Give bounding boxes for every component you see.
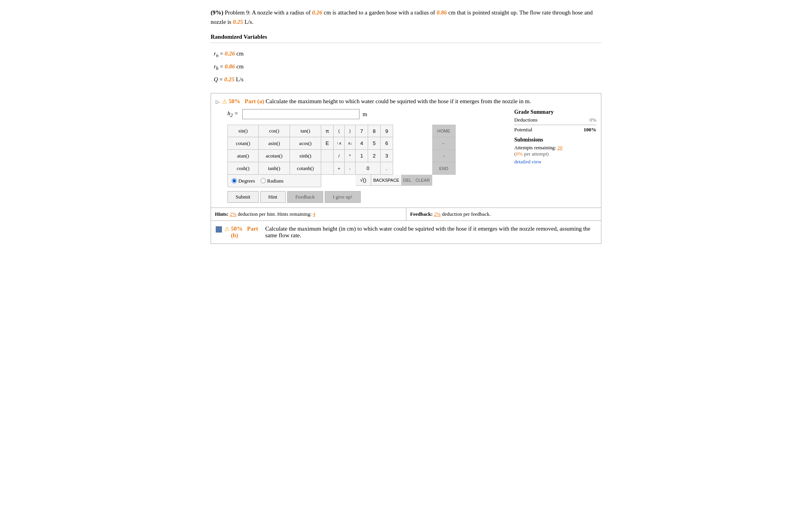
var-q: Q = 0.25 L/s — [214, 73, 601, 85]
clear-button[interactable]: CLEAR — [413, 175, 432, 186]
home-button[interactable]: HOME — [432, 125, 456, 137]
num-5-button[interactable]: 5 — [368, 137, 381, 150]
cotanh-button[interactable]: cotanh() — [290, 162, 321, 175]
feedback-pct: 2% — [434, 211, 441, 217]
degrees-label[interactable]: Degrees — [232, 178, 255, 184]
numpad-row-123: 1 2 3 — [356, 150, 432, 162]
variables-title: Randomized Variables — [211, 34, 601, 43]
atan-button[interactable]: atan() — [227, 150, 259, 162]
calc-row-2: cotan() asin() acos() — [227, 137, 321, 150]
paren-close-button[interactable]: ) — [345, 125, 356, 137]
var-rh-eq: = — [220, 63, 225, 70]
part-b-icon — [216, 226, 222, 233]
sin-button[interactable]: sin() — [227, 125, 259, 137]
grade-summary-title: Grade Summary — [514, 109, 596, 115]
e-button[interactable]: E — [321, 137, 334, 150]
part-b-header: ⚠ 50% Part (b) Calculate the maximum hei… — [216, 226, 596, 239]
deductions-label: Deductions — [514, 117, 537, 123]
problem-statement: (9%) Problem 9: A nozzle with a radius o… — [211, 8, 601, 27]
var-rn-eq: = — [220, 50, 225, 57]
feedback-mid: deduction per feedback. — [442, 211, 491, 217]
part-a-body: h2 = m sin() cos() tan() — [211, 105, 601, 208]
var-rn: rn = 0.26 cm — [214, 48, 601, 61]
feedback-button[interactable]: Feedback — [287, 191, 323, 203]
arrow-paren-col: ( ) ↑∧ ∧↓ / * — [334, 125, 356, 187]
num-0-button[interactable]: 0 — [356, 162, 381, 175]
action-row: Submit Hint Feedback I give up! — [227, 191, 506, 203]
right-arrow-button[interactable]: → — [432, 150, 456, 162]
num-4-button[interactable]: 4 — [356, 137, 368, 150]
per-attempt-text: per attempt) — [524, 151, 549, 157]
submissions-title: Submissions — [514, 137, 596, 143]
hint-button[interactable]: Hint — [260, 191, 286, 203]
num-9-button[interactable]: 9 — [381, 125, 393, 137]
part-b-label: 50% Part (b) — [231, 226, 264, 239]
numpad-row-789: 7 8 9 — [356, 125, 432, 137]
pi-button[interactable]: π — [321, 125, 334, 137]
cos-button[interactable]: cos() — [259, 125, 290, 137]
left-arrow-button[interactable]: ← — [432, 137, 456, 150]
grade-divider — [514, 125, 596, 125]
tanh-button[interactable]: tanh() — [259, 162, 290, 175]
calculator: sin() cos() tan() cotan() asin() acos() … — [227, 125, 506, 187]
end-button[interactable]: END — [432, 162, 456, 175]
part-b-description: Calculate the maximum height (in cm) to … — [265, 226, 596, 239]
feedback-text: Feedback: — [410, 211, 434, 217]
sinh-button[interactable]: sinh() — [290, 150, 321, 162]
num-3-button[interactable]: 3 — [381, 150, 393, 162]
radians-label[interactable]: Radians — [261, 178, 284, 184]
backspace-button[interactable]: BACKSPACE — [371, 175, 402, 186]
calc-row-3: atan() acotan() sinh() — [227, 150, 321, 162]
acotan-button[interactable]: acotan() — [259, 150, 290, 162]
plus-button[interactable]: + — [334, 162, 345, 175]
tan-button[interactable]: tan() — [290, 125, 321, 137]
attempts-line: Attempts remaining: 20 — [514, 145, 596, 151]
down-arrow-button[interactable]: ∧↓ — [345, 137, 356, 150]
rn-value: 0.26 — [312, 9, 322, 16]
part-a-main: h2 = m sin() cos() tan() — [216, 109, 506, 203]
cosh-button[interactable]: cosh() — [227, 162, 259, 175]
multiply-button[interactable]: * — [345, 150, 356, 162]
part-b-container: ⚠ 50% Part (b) Calculate the maximum hei… — [211, 221, 601, 244]
calc-combined: sin() cos() tan() cotan() asin() acos() … — [227, 125, 506, 187]
part-a-partlabel: Part (a) — [245, 98, 264, 104]
part-a-description: Calculate the maximum height to which wa… — [266, 98, 531, 105]
give-up-button[interactable]: I give up! — [325, 191, 361, 203]
acos-button[interactable]: acos() — [290, 137, 321, 150]
var-rn-val: 0.26 — [225, 50, 235, 57]
degrees-text: Degrees — [238, 178, 255, 184]
num-6-button[interactable]: 6 — [381, 137, 393, 150]
divide-button[interactable]: / — [334, 150, 345, 162]
numpad-row-456: 4 5 6 — [356, 137, 432, 150]
var-rn-name: rn — [214, 50, 218, 57]
hints-text: Hints: — [215, 211, 230, 217]
page-container: (9%) Problem 9: A nozzle with a radius o… — [203, 0, 609, 244]
var-rn-unit: cm — [236, 50, 243, 57]
var-q-name: Q — [214, 76, 218, 82]
minus-button[interactable]: - — [345, 162, 356, 175]
numpad-row-0dot: 0 . — [356, 162, 432, 175]
degrees-radio[interactable] — [232, 178, 237, 183]
num-1-button[interactable]: 1 — [356, 150, 368, 162]
radians-radio[interactable] — [261, 178, 266, 183]
num-7-button[interactable]: 7 — [356, 125, 368, 137]
var-rh-unit: cm — [236, 63, 243, 70]
cotan-button[interactable]: cotan() — [227, 137, 259, 150]
num-8-button[interactable]: 8 — [368, 125, 381, 137]
attempts-count: 20 — [557, 145, 562, 150]
part-a-percent: 50% — [229, 98, 240, 104]
sqrt-button[interactable]: √() — [356, 175, 371, 186]
asin-button[interactable]: asin() — [259, 137, 290, 150]
submit-button[interactable]: Submit — [227, 191, 259, 203]
num-2-button[interactable]: 2 — [368, 150, 381, 162]
dot-button[interactable]: . — [381, 162, 393, 175]
problem-desc4: L/s. — [245, 19, 254, 25]
paren-open-button[interactable]: ( — [334, 125, 345, 137]
del-button[interactable]: DEL — [402, 175, 413, 186]
h2-input[interactable] — [242, 109, 359, 119]
up-arrow-button[interactable]: ↑∧ — [334, 137, 345, 150]
detailed-view-link[interactable]: detailed view — [514, 159, 542, 165]
numpad-row-sqrt: √() BACKSPACE DEL CLEAR — [356, 175, 432, 186]
var-rh: rh = 0.86 cm — [214, 61, 601, 73]
unit-label: m — [363, 111, 367, 118]
